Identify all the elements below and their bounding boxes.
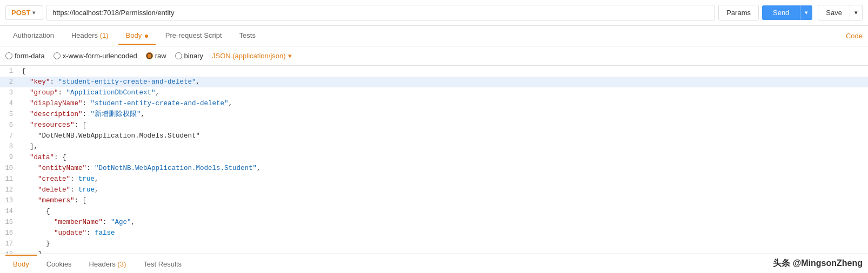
body-type-row: form-data x-www-form-urlencoded raw bina… — [0, 46, 868, 66]
line-content-10: "entityName": "DotNetNB.WebApplication.M… — [19, 163, 868, 174]
method-chevron-icon: ▾ — [32, 10, 35, 16]
save-group: Save ▾ — [818, 5, 863, 21]
bottom-tab-test-results[interactable]: Test Results — [136, 255, 189, 272]
tab-pre-request[interactable]: Pre-request Script — [158, 27, 230, 45]
line-content-7: "DotNetNB.WebApplication.Models.Student" — [19, 131, 868, 141]
line-number-8: 8 — [0, 141, 19, 152]
line-content-5: "description": "新增删除权限", — [19, 109, 868, 120]
line-content-18: ] — [19, 249, 868, 254]
line-number-12: 12 — [0, 185, 19, 195]
code-line-14: 14 { — [0, 206, 868, 217]
bottom-tab-cookies-label: Cookies — [46, 260, 72, 268]
line-content-16: "update": false — [19, 228, 868, 238]
save-dropdown-button[interactable]: ▾ — [850, 5, 863, 21]
line-number-14: 14 — [0, 206, 19, 217]
bottom-tab-cookies[interactable]: Cookies — [39, 255, 79, 272]
line-number-7: 7 — [0, 131, 19, 141]
content-type-label: JSON (application/json) — [212, 52, 286, 60]
line-content-2: "key": "student-entity-create-and-delete… — [19, 77, 868, 87]
tab-authorization[interactable]: Authorization — [5, 27, 62, 45]
code-link[interactable]: Code — [846, 32, 863, 40]
url-input[interactable] — [46, 5, 715, 21]
radio-binary-label: binary — [184, 52, 203, 60]
line-number-4: 4 — [0, 98, 19, 109]
line-content-12: "delete": true, — [19, 185, 868, 195]
send-dropdown-button[interactable]: ▾ — [800, 5, 812, 20]
line-content-1: { — [19, 66, 868, 77]
tab-body-label: Body — [126, 31, 142, 39]
radio-raw-label: raw — [155, 52, 166, 60]
bottom-tab-headers[interactable]: Headers (3) — [82, 255, 134, 272]
bottom-tab-body-label: Body — [13, 260, 29, 268]
code-line-7: 7 "DotNetNB.WebApplication.Models.Studen… — [0, 131, 868, 141]
line-content-4: "displayName": "student-entity-create-an… — [19, 98, 868, 109]
tab-headers[interactable]: Headers (1) — [64, 27, 116, 45]
code-line-12: 12 "delete": true, — [0, 185, 868, 195]
line-content-3: "group": "ApplicationDbContext", — [19, 87, 868, 98]
content-type-chevron-icon: ▾ — [288, 52, 292, 60]
line-content-11: "create": true, — [19, 174, 868, 185]
line-content-15: "memberName": "Age", — [19, 217, 868, 228]
line-number-1: 1 — [0, 66, 19, 77]
code-line-2: 2 "key": "student-entity-create-and-dele… — [0, 77, 868, 87]
line-number-11: 11 — [0, 174, 19, 185]
request-tabs: Authorization Headers (1) Body Pre-reque… — [0, 26, 868, 46]
line-number-6: 6 — [0, 120, 19, 131]
radio-form-data-label: form-data — [15, 52, 45, 60]
line-number-18: 18 — [0, 249, 19, 254]
code-line-8: 8 ], — [0, 141, 868, 152]
code-line-5: 5 "description": "新增删除权限", — [0, 109, 868, 120]
line-number-15: 15 — [0, 217, 19, 228]
line-content-14: { — [19, 206, 868, 217]
line-content-17: } — [19, 238, 868, 249]
line-content-9: "data": { — [19, 152, 868, 163]
save-button[interactable]: Save — [818, 5, 850, 21]
radio-form-data-input[interactable] — [5, 52, 12, 59]
body-dot-indicator — [145, 35, 148, 38]
content-type-selector[interactable]: JSON (application/json) ▾ — [212, 52, 292, 60]
tab-authorization-label: Authorization — [13, 31, 54, 39]
bottom-tab-test-results-label: Test Results — [143, 260, 182, 268]
line-content-13: "members": [ — [19, 195, 868, 206]
top-bar: POST ▾ Params Send ▾ Save ▾ — [0, 0, 868, 26]
tab-tests[interactable]: Tests — [232, 27, 263, 45]
radio-urlencoded[interactable]: x-www-form-urlencoded — [54, 52, 137, 60]
method-selector[interactable]: POST ▾ — [5, 5, 43, 20]
radio-raw[interactable]: raw — [146, 52, 166, 60]
code-line-4: 4 "displayName": "student-entity-create-… — [0, 98, 868, 109]
line-number-5: 5 — [0, 109, 19, 120]
tab-headers-label: Headers (1) — [71, 31, 109, 39]
line-number-9: 9 — [0, 152, 19, 163]
code-line-3: 3 "group": "ApplicationDbContext", — [0, 87, 868, 98]
bottom-tab-headers-label: Headers (3) — [89, 260, 126, 268]
code-line-11: 11 "create": true, — [0, 174, 868, 185]
line-number-3: 3 — [0, 87, 19, 98]
code-line-10: 10 "entityName": "DotNetNB.WebApplicatio… — [0, 163, 868, 174]
watermark: 头条 @MingsonZheng — [773, 258, 863, 269]
code-line-15: 15 "memberName": "Age", — [0, 217, 868, 228]
line-number-16: 16 — [0, 228, 19, 238]
tab-tests-label: Tests — [239, 31, 256, 39]
radio-form-data[interactable]: form-data — [5, 52, 45, 60]
send-button[interactable]: Send — [762, 5, 800, 20]
radio-urlencoded-input[interactable] — [54, 52, 61, 59]
line-content-6: "resources": [ — [19, 120, 868, 131]
code-line-16: 16 "update": false — [0, 228, 868, 238]
code-line-9: 9 "data": { — [0, 152, 868, 163]
params-button[interactable]: Params — [718, 5, 759, 21]
code-line-13: 13 "members": [ — [0, 195, 868, 206]
code-editor[interactable]: 1{2 "key": "student-entity-create-and-de… — [0, 66, 868, 254]
tab-body[interactable]: Body — [118, 27, 156, 45]
line-number-10: 10 — [0, 163, 19, 174]
send-group: Send ▾ — [762, 5, 812, 20]
radio-urlencoded-label: x-www-form-urlencoded — [63, 52, 137, 60]
method-label: POST — [11, 9, 30, 17]
line-content-8: ], — [19, 141, 868, 152]
code-line-17: 17 } — [0, 238, 868, 249]
radio-raw-input[interactable] — [146, 52, 153, 59]
radio-binary[interactable]: binary — [175, 52, 203, 60]
line-number-17: 17 — [0, 238, 19, 249]
tab-pre-request-label: Pre-request Script — [165, 31, 222, 39]
radio-binary-input[interactable] — [175, 52, 182, 59]
bottom-tab-body[interactable]: Body — [5, 255, 37, 272]
